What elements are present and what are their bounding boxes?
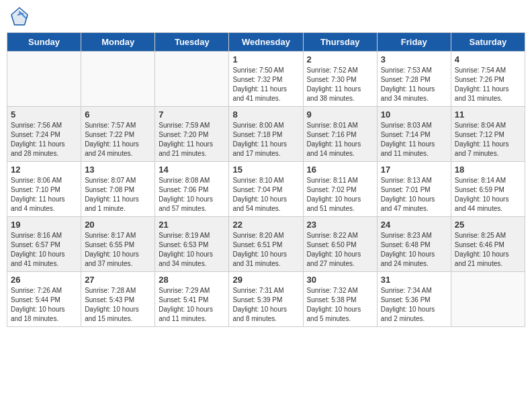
day-info: Sunrise: 8:13 AM Sunset: 7:01 PM Dayligh… [381,176,447,214]
calendar-cell: 14Sunrise: 8:08 AM Sunset: 7:06 PM Dayli… [155,162,229,217]
calendar-cell: 5Sunrise: 7:56 AM Sunset: 7:24 PM Daylig… [7,107,81,162]
day-number: 22 [232,220,299,230]
calendar-cell: 24Sunrise: 8:23 AM Sunset: 6:48 PM Dayli… [377,217,451,272]
calendar-cell: 22Sunrise: 8:20 AM Sunset: 6:51 PM Dayli… [229,217,303,272]
day-info: Sunrise: 7:26 AM Sunset: 5:44 PM Dayligh… [11,286,77,324]
weekday-header-row: SundayMondayTuesdayWednesdayThursdayFrid… [7,33,525,52]
weekday-header-thursday: Thursday [303,33,377,52]
day-number: 18 [455,165,521,175]
day-number: 30 [307,275,373,285]
day-number: 31 [381,275,447,285]
weekday-header-sunday: Sunday [7,33,81,52]
weekday-header-wednesday: Wednesday [229,33,303,52]
day-info: Sunrise: 7:31 AM Sunset: 5:39 PM Dayligh… [232,286,299,324]
day-number: 20 [85,220,151,230]
day-number: 21 [159,220,225,230]
week-row-1: 1Sunrise: 7:50 AM Sunset: 7:32 PM Daylig… [7,52,525,107]
day-number: 23 [307,220,373,230]
day-info: Sunrise: 8:00 AM Sunset: 7:18 PM Dayligh… [232,121,299,158]
calendar-cell [451,272,525,327]
day-info: Sunrise: 8:08 AM Sunset: 7:06 PM Dayligh… [159,176,225,214]
calendar-cell: 18Sunrise: 8:14 AM Sunset: 6:59 PM Dayli… [451,162,525,217]
calendar-cell: 12Sunrise: 8:06 AM Sunset: 7:10 PM Dayli… [7,162,81,217]
day-number: 12 [11,165,77,175]
day-number: 5 [11,109,77,120]
calendar-cell: 16Sunrise: 8:11 AM Sunset: 7:02 PM Dayli… [303,162,377,217]
day-number: 15 [232,165,299,175]
day-info: Sunrise: 8:11 AM Sunset: 7:02 PM Dayligh… [307,176,373,214]
logo [9,7,32,27]
day-number: 28 [159,275,225,285]
day-info: Sunrise: 8:23 AM Sunset: 6:48 PM Dayligh… [381,231,447,269]
day-info: Sunrise: 7:50 AM Sunset: 7:32 PM Dayligh… [232,66,299,103]
week-row-5: 26Sunrise: 7:26 AM Sunset: 5:44 PM Dayli… [7,272,525,327]
calendar-cell [155,52,229,107]
calendar: SundayMondayTuesdayWednesdayThursdayFrid… [7,32,525,327]
day-info: Sunrise: 8:22 AM Sunset: 6:50 PM Dayligh… [307,231,373,269]
day-number: 29 [232,275,299,285]
day-info: Sunrise: 8:01 AM Sunset: 7:16 PM Dayligh… [307,121,373,158]
day-number: 8 [232,109,299,120]
day-number: 17 [381,165,447,175]
day-info: Sunrise: 8:16 AM Sunset: 6:57 PM Dayligh… [11,231,77,269]
weekday-header-friday: Friday [377,33,451,52]
day-info: Sunrise: 8:07 AM Sunset: 7:08 PM Dayligh… [85,176,151,214]
day-info: Sunrise: 7:34 AM Sunset: 5:36 PM Dayligh… [381,286,447,324]
calendar-cell [81,52,155,107]
calendar-cell: 28Sunrise: 7:29 AM Sunset: 5:41 PM Dayli… [155,272,229,327]
day-number: 24 [381,220,447,230]
day-info: Sunrise: 7:53 AM Sunset: 7:28 PM Dayligh… [381,66,447,103]
calendar-cell: 17Sunrise: 8:13 AM Sunset: 7:01 PM Dayli… [377,162,451,217]
calendar-cell: 3Sunrise: 7:53 AM Sunset: 7:28 PM Daylig… [377,52,451,107]
day-info: Sunrise: 7:54 AM Sunset: 7:26 PM Dayligh… [455,66,521,103]
day-number: 25 [455,220,521,230]
day-number: 2 [307,54,373,64]
day-info: Sunrise: 8:06 AM Sunset: 7:10 PM Dayligh… [11,176,77,214]
day-info: Sunrise: 7:52 AM Sunset: 7:30 PM Dayligh… [307,66,373,103]
logo-icon [9,7,30,27]
header [7,7,525,27]
week-row-3: 12Sunrise: 8:06 AM Sunset: 7:10 PM Dayli… [7,162,525,217]
day-info: Sunrise: 8:17 AM Sunset: 6:55 PM Dayligh… [85,231,151,269]
calendar-cell: 31Sunrise: 7:34 AM Sunset: 5:36 PM Dayli… [377,272,451,327]
calendar-cell: 10Sunrise: 8:03 AM Sunset: 7:14 PM Dayli… [377,107,451,162]
calendar-cell: 29Sunrise: 7:31 AM Sunset: 5:39 PM Dayli… [229,272,303,327]
calendar-cell: 4Sunrise: 7:54 AM Sunset: 7:26 PM Daylig… [451,52,525,107]
day-number: 6 [85,109,151,120]
calendar-cell: 2Sunrise: 7:52 AM Sunset: 7:30 PM Daylig… [303,52,377,107]
day-info: Sunrise: 7:56 AM Sunset: 7:24 PM Dayligh… [11,121,77,158]
day-info: Sunrise: 7:59 AM Sunset: 7:20 PM Dayligh… [159,121,225,158]
calendar-cell [7,52,81,107]
day-info: Sunrise: 8:10 AM Sunset: 7:04 PM Dayligh… [232,176,299,214]
day-info: Sunrise: 7:32 AM Sunset: 5:38 PM Dayligh… [307,286,373,324]
calendar-cell: 21Sunrise: 8:19 AM Sunset: 6:53 PM Dayli… [155,217,229,272]
day-info: Sunrise: 7:29 AM Sunset: 5:41 PM Dayligh… [159,286,225,324]
day-number: 4 [455,54,521,64]
day-number: 27 [85,275,151,285]
calendar-cell: 6Sunrise: 7:57 AM Sunset: 7:22 PM Daylig… [81,107,155,162]
day-number: 11 [455,109,521,120]
day-info: Sunrise: 8:19 AM Sunset: 6:53 PM Dayligh… [159,231,225,269]
day-number: 10 [381,109,447,120]
day-number: 7 [159,109,225,120]
calendar-cell: 8Sunrise: 8:00 AM Sunset: 7:18 PM Daylig… [229,107,303,162]
day-info: Sunrise: 7:28 AM Sunset: 5:43 PM Dayligh… [85,286,151,324]
day-info: Sunrise: 8:04 AM Sunset: 7:12 PM Dayligh… [455,121,521,158]
day-number: 26 [11,275,77,285]
calendar-cell: 7Sunrise: 7:59 AM Sunset: 7:20 PM Daylig… [155,107,229,162]
calendar-cell: 11Sunrise: 8:04 AM Sunset: 7:12 PM Dayli… [451,107,525,162]
day-info: Sunrise: 7:57 AM Sunset: 7:22 PM Dayligh… [85,121,151,158]
calendar-cell: 13Sunrise: 8:07 AM Sunset: 7:08 PM Dayli… [81,162,155,217]
day-number: 3 [381,54,447,64]
weekday-header-saturday: Saturday [451,33,525,52]
calendar-cell: 30Sunrise: 7:32 AM Sunset: 5:38 PM Dayli… [303,272,377,327]
day-info: Sunrise: 8:03 AM Sunset: 7:14 PM Dayligh… [381,121,447,158]
weekday-header-tuesday: Tuesday [155,33,229,52]
calendar-cell: 27Sunrise: 7:28 AM Sunset: 5:43 PM Dayli… [81,272,155,327]
calendar-cell: 15Sunrise: 8:10 AM Sunset: 7:04 PM Dayli… [229,162,303,217]
calendar-cell: 25Sunrise: 8:25 AM Sunset: 6:46 PM Dayli… [451,217,525,272]
day-number: 13 [85,165,151,175]
day-number: 19 [11,220,77,230]
day-number: 9 [307,109,373,120]
calendar-cell: 1Sunrise: 7:50 AM Sunset: 7:32 PM Daylig… [229,52,303,107]
